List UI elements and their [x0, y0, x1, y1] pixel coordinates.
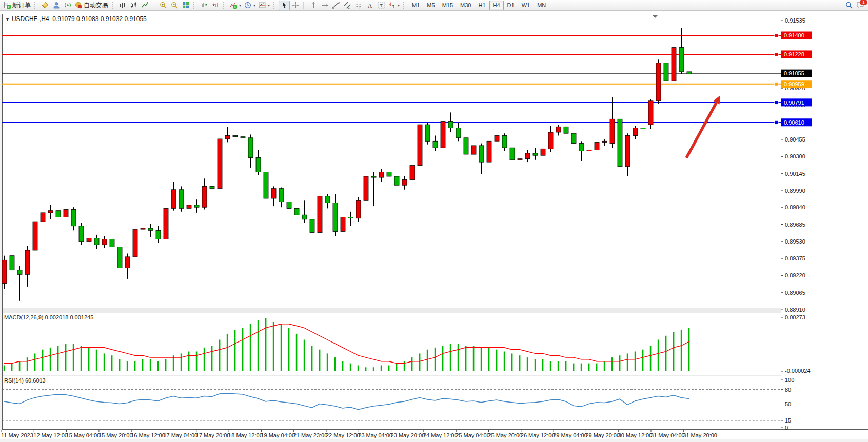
toolbar-separator — [303, 2, 306, 9]
search-button[interactable] — [843, 1, 855, 10]
bars-icon — [119, 2, 126, 9]
timeframe-d1-button[interactable]: D1 — [504, 1, 518, 10]
trendline-button[interactable] — [330, 1, 342, 10]
line-chart-button[interactable] — [140, 1, 151, 10]
hline-icon — [321, 2, 328, 9]
fibo-icon: F — [355, 2, 362, 9]
new-order-button-label: 新订单 — [12, 1, 31, 10]
auto-scroll-button[interactable] — [199, 1, 210, 10]
timeframe-h4-button[interactable]: H4 — [489, 1, 504, 10]
svg-text:A: A — [368, 2, 372, 9]
chart-shift-button[interactable] — [210, 1, 221, 10]
zoom-in-button[interactable] — [157, 1, 169, 10]
market-watch-button[interactable] — [40, 1, 51, 10]
crosshair-icon — [292, 2, 299, 9]
trend-icon — [332, 2, 340, 9]
svg-text:E: E — [348, 6, 350, 9]
candle-chart-button[interactable] — [128, 1, 140, 10]
toolbar-grip — [112, 2, 115, 9]
time-axis[interactable] — [2, 430, 781, 442]
timeframe-m1-button[interactable]: M1 — [408, 1, 423, 10]
signal-icon — [64, 2, 71, 9]
crosshair-button[interactable] — [290, 1, 301, 10]
dropdown-arrow-icon: ▾ — [398, 3, 400, 8]
rsi-pane[interactable] — [2, 376, 781, 429]
toolbar: 新订单自动交易▾▾▾EFAT▾M1M5M15M30H1H4D1W1MN1 — [0, 0, 868, 11]
textA-icon: A — [366, 2, 373, 9]
gold-cube-icon — [42, 2, 49, 9]
dropdown-arrow-icon: ▾ — [239, 3, 241, 8]
fibonacci-button[interactable]: F — [353, 1, 364, 10]
periods-button[interactable]: ▾ — [243, 1, 257, 10]
autotrade-button-label: 自动交易 — [84, 1, 108, 10]
svg-text:T: T — [380, 3, 383, 8]
timeframe-mn-button[interactable]: MN — [534, 1, 549, 10]
clock-icon — [244, 2, 251, 9]
macd-pane[interactable] — [2, 313, 781, 375]
tile-windows-button[interactable] — [180, 1, 191, 10]
bar-chart-button[interactable] — [117, 1, 128, 10]
search-icon — [845, 2, 853, 9]
candles-icon — [130, 2, 137, 9]
main-price-pane[interactable] — [2, 14, 781, 308]
vline-icon — [310, 2, 317, 9]
channel-button[interactable]: E — [342, 1, 353, 10]
cursor-button[interactable] — [279, 1, 290, 10]
timeframe-m5-button[interactable]: M5 — [423, 1, 438, 10]
vertical-line-button[interactable] — [308, 1, 319, 10]
zoom-out-icon — [171, 2, 178, 9]
arrows-icon — [388, 2, 396, 9]
channel-icon: E — [344, 2, 351, 9]
doc-plus-icon — [4, 2, 11, 9]
zoom-in-icon — [160, 2, 167, 9]
toolbar-separator — [153, 2, 155, 9]
svg-text:F: F — [360, 6, 362, 9]
linechart-icon — [142, 2, 149, 9]
label-button[interactable]: T — [376, 1, 387, 10]
tiles-icon — [182, 2, 189, 9]
indicator-plus-icon — [230, 2, 237, 9]
chart-window[interactable]: 0.915350.913800.912250.910700.909200.907… — [0, 11, 868, 442]
person-icon — [53, 2, 60, 9]
timeframe-m15-button[interactable]: M15 — [439, 1, 457, 10]
notifications-button[interactable]: 1 — [855, 1, 866, 10]
autoscroll-icon — [201, 2, 208, 9]
timeframe-w1-button[interactable]: W1 — [518, 1, 534, 10]
price-axis[interactable] — [781, 14, 868, 429]
notification-badge: 1 — [860, 0, 867, 5]
toolbar-grip — [403, 2, 406, 9]
autotrade-icon — [75, 2, 82, 9]
chartshift-icon — [212, 2, 219, 9]
toolbar-grip — [223, 2, 226, 9]
text-button[interactable]: A — [364, 1, 376, 10]
arrows-button[interactable]: ▾ — [387, 1, 401, 10]
zoom-out-button[interactable] — [169, 1, 180, 10]
toolbar-grip — [193, 2, 196, 9]
templates-button[interactable]: ▾ — [257, 1, 271, 10]
cursor-icon — [281, 2, 288, 9]
profile-button[interactable] — [51, 1, 62, 10]
new-order-button[interactable]: 新订单 — [2, 1, 32, 10]
timeframe-h1-button[interactable]: H1 — [475, 1, 489, 10]
dropdown-arrow-icon: ▾ — [253, 3, 255, 8]
dropdown-arrow-icon: ▾ — [268, 3, 270, 8]
textT-icon: T — [378, 2, 385, 9]
autotrade-button[interactable]: 自动交易 — [73, 1, 110, 10]
horizontal-line-button[interactable] — [319, 1, 330, 10]
timeframe-m30-button[interactable]: M30 — [457, 1, 475, 10]
signals-button[interactable] — [62, 1, 73, 10]
toolbar-grip — [273, 2, 277, 9]
template-icon — [259, 2, 266, 9]
toolbar-grip — [34, 2, 37, 9]
indicators-button[interactable]: ▾ — [228, 1, 243, 10]
